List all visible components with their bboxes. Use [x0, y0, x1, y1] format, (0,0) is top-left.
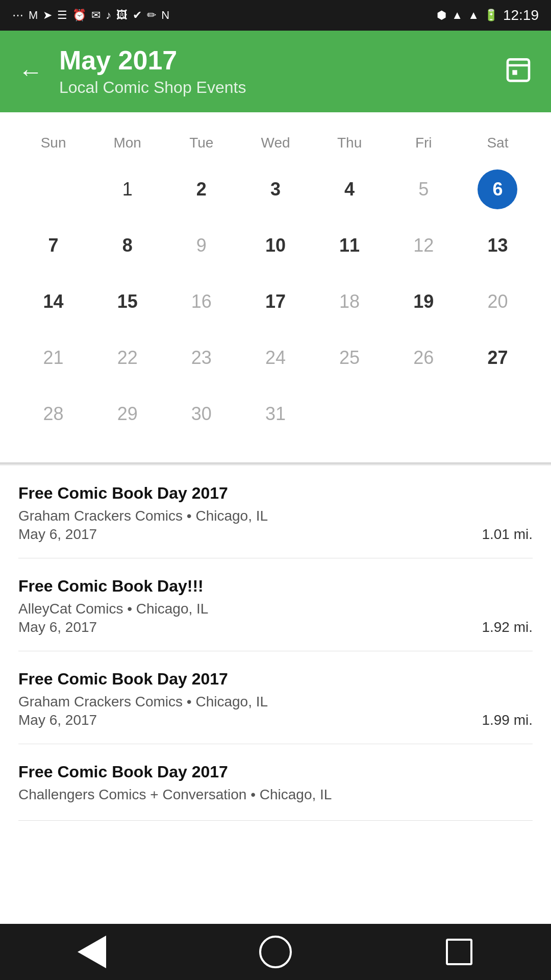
- calendar-cell[interactable]: 12: [387, 217, 461, 274]
- calendar-day-number[interactable]: 13: [478, 226, 517, 265]
- calendar-day-number[interactable]: 15: [108, 282, 147, 322]
- home-nav-button[interactable]: [255, 932, 296, 972]
- calendar-cell[interactable]: 11: [313, 217, 387, 274]
- svg-rect-2: [512, 70, 517, 75]
- calendar-day-number[interactable]: 31: [256, 394, 295, 434]
- calendar-view-icon[interactable]: [504, 55, 533, 89]
- status-bar-right: ⬢ ▲ ▲ 🔋 12:19: [437, 7, 539, 23]
- calendar-day-number[interactable]: 16: [182, 282, 221, 322]
- calendar-cell[interactable]: 25: [313, 330, 387, 386]
- event-date: May 6, 2017: [18, 526, 97, 543]
- calendar-day-number[interactable]: 12: [404, 226, 443, 265]
- event-item[interactable]: Free Comic Book Day 2017Challengers Comi…: [18, 744, 533, 821]
- calendar-cell[interactable]: 27: [461, 330, 535, 386]
- calendar-day-number[interactable]: 28: [34, 394, 73, 434]
- event-item[interactable]: Free Comic Book Day 2017Graham Crackers …: [18, 651, 533, 744]
- event-venue: Graham Crackers Comics • Chicago, IL: [18, 694, 533, 710]
- calendar-cell[interactable]: 19: [387, 274, 461, 330]
- calendar-cell: [387, 386, 461, 442]
- calendar-day-number[interactable]: 27: [478, 338, 517, 378]
- status-bar: ⋯ M ➤ ☰ ⏰ ✉ ♪ 🖼 ✔ ✏ N ⬢ ▲ ▲ 🔋 12:19: [0, 0, 551, 31]
- calendar-day-number[interactable]: 8: [108, 226, 147, 265]
- calendar-cell[interactable]: 28: [16, 386, 90, 442]
- calendar-day-number[interactable]: 18: [330, 282, 369, 322]
- calendar-cell[interactable]: 29: [90, 386, 164, 442]
- notification-dots-icon: ⋯: [12, 9, 23, 22]
- calendar-day-number[interactable]: 29: [108, 394, 147, 434]
- signal-icon: ▲: [468, 9, 479, 22]
- calendar-cell[interactable]: 10: [238, 217, 312, 274]
- calendar-cell[interactable]: 1: [90, 161, 164, 217]
- n-icon: N: [161, 9, 169, 22]
- calendar-cell[interactable]: 30: [164, 386, 238, 442]
- mail-icon: ✉: [91, 9, 101, 22]
- event-title: Free Comic Book Day 2017: [18, 484, 533, 503]
- calendar-cell[interactable]: 24: [238, 330, 312, 386]
- calendar-day-number[interactable]: 1: [108, 169, 147, 209]
- calendar-cell[interactable]: 16: [164, 274, 238, 330]
- calendar-cell: [461, 386, 535, 442]
- calendar-day-number[interactable]: 25: [330, 338, 369, 378]
- calendar-grid: 1234567891011121314151617181920212223242…: [16, 161, 535, 442]
- calendar-day-number[interactable]: 5: [404, 169, 443, 209]
- event-item[interactable]: Free Comic Book Day 2017Graham Crackers …: [18, 465, 533, 558]
- weekday-fri: Fri: [387, 125, 461, 156]
- calendar-day-number[interactable]: 26: [404, 338, 443, 378]
- event-date: May 6, 2017: [18, 712, 97, 728]
- calendar-cell[interactable]: 14: [16, 274, 90, 330]
- calendar-day-number[interactable]: 19: [404, 282, 443, 322]
- back-button[interactable]: ←: [18, 58, 43, 86]
- calendar-cell[interactable]: 20: [461, 274, 535, 330]
- calendar-day-number[interactable]: 6: [478, 169, 517, 209]
- back-nav-button[interactable]: [71, 932, 112, 972]
- calendar-day-number[interactable]: 21: [34, 338, 73, 378]
- calendar-day-number[interactable]: 17: [256, 282, 295, 322]
- event-distance: 1.92 mi.: [482, 619, 533, 635]
- calendar-day-number[interactable]: 24: [256, 338, 295, 378]
- calendar-cell[interactable]: 8: [90, 217, 164, 274]
- calendar-cell[interactable]: 15: [90, 274, 164, 330]
- calendar-cell[interactable]: 4: [313, 161, 387, 217]
- calendar-day-number[interactable]: 9: [182, 226, 221, 265]
- calendar-weekdays: Sun Mon Tue Wed Thu Fri Sat: [16, 125, 535, 156]
- calendar-day-number[interactable]: 10: [256, 226, 295, 265]
- header-title-group: May 2017 Local Comic Shop Events: [59, 46, 504, 97]
- calendar-day-number[interactable]: 23: [182, 338, 221, 378]
- calendar-cell[interactable]: 2: [164, 161, 238, 217]
- event-distance: 1.99 mi.: [482, 712, 533, 728]
- event-date-row: May 6, 20171.99 mi.: [18, 712, 533, 728]
- wifi-icon: ▲: [452, 9, 463, 22]
- calendar-cell[interactable]: 13: [461, 217, 535, 274]
- event-date-row: May 6, 20171.01 mi.: [18, 526, 533, 543]
- calendar-cell[interactable]: 3: [238, 161, 312, 217]
- calendar-day-number[interactable]: 20: [478, 282, 517, 322]
- calendar-day-number[interactable]: 4: [330, 169, 369, 209]
- calendar-day-number[interactable]: 11: [330, 226, 369, 265]
- calendar-cell[interactable]: 23: [164, 330, 238, 386]
- calendar-day-number[interactable]: 7: [34, 226, 73, 265]
- calendar-day-number[interactable]: 14: [34, 282, 73, 322]
- calendar-day-number[interactable]: 30: [182, 394, 221, 434]
- calendar-cell: [16, 161, 90, 217]
- gmail-icon: M: [29, 9, 38, 22]
- calendar-cell[interactable]: 9: [164, 217, 238, 274]
- calendar-cell[interactable]: 21: [16, 330, 90, 386]
- check-icon: ✔: [133, 9, 142, 22]
- calendar-day-number[interactable]: 22: [108, 338, 147, 378]
- calendar-cell[interactable]: 7: [16, 217, 90, 274]
- calendar-cell[interactable]: 26: [387, 330, 461, 386]
- event-item[interactable]: Free Comic Book Day!!!AlleyCat Comics • …: [18, 558, 533, 651]
- calendar-day-number[interactable]: 3: [256, 169, 295, 209]
- calendar-cell[interactable]: 22: [90, 330, 164, 386]
- weekday-thu: Thu: [313, 125, 387, 156]
- calendar-cell[interactable]: 31: [238, 386, 312, 442]
- edit-icon: ✏: [147, 9, 156, 22]
- calendar-cell[interactable]: 6: [461, 161, 535, 217]
- event-title: Free Comic Book Day!!!: [18, 577, 533, 596]
- calendar-cell[interactable]: 5: [387, 161, 461, 217]
- calendar-day-number[interactable]: 2: [182, 169, 221, 209]
- calendar-cell[interactable]: 18: [313, 274, 387, 330]
- page-title: May 2017: [59, 46, 504, 75]
- recents-nav-button[interactable]: [439, 932, 480, 972]
- calendar-cell[interactable]: 17: [238, 274, 312, 330]
